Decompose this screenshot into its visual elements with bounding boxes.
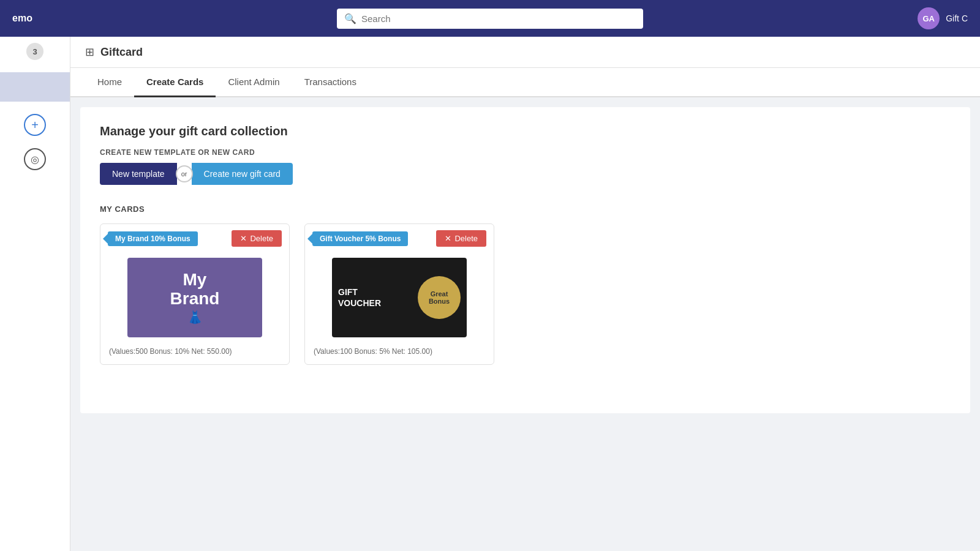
great-bonus-circle: Great Bonus	[418, 276, 461, 319]
card-item-1: My Brand 10% Bonus ✕ Delete My Brand	[100, 223, 290, 365]
my-cards-label: MY CARDS	[100, 204, 951, 214]
brand-name: emo	[12, 13, 61, 24]
search-bar[interactable]: 🔍	[337, 9, 643, 29]
page-title: Giftcard	[100, 46, 143, 59]
brand-text: My Brand	[170, 271, 220, 309]
user-area: GA Gift C	[918, 7, 968, 29]
new-template-button[interactable]: New template	[100, 163, 177, 185]
tab-home[interactable]: Home	[85, 68, 134, 97]
tab-create-cards[interactable]: Create Cards	[134, 68, 216, 97]
sidebar-add-button[interactable]: +	[24, 114, 46, 136]
x-icon-2: ✕	[445, 234, 451, 243]
card-2-image-area: GIFT VOUCHER Great Bonus	[305, 253, 494, 342]
create-buttons: New template or Create new gift card	[100, 163, 951, 185]
card-2-footer: (Values:100 Bonus: 5% Net: 105.00)	[305, 342, 494, 364]
top-nav: emo 🔍 GA Gift C	[0, 0, 980, 37]
plus-icon: +	[31, 118, 39, 132]
page-header: ⊞ Giftcard	[70, 37, 980, 68]
card-2-tag: Gift Voucher 5% Bonus	[312, 231, 408, 246]
or-circle: or	[176, 165, 193, 182]
create-section-label: CREATE NEW TEMPLATE OR NEW CARD	[100, 148, 951, 157]
delete-label: Delete	[250, 234, 273, 243]
sidebar-badge: 3	[26, 43, 43, 60]
card-2-delete-button[interactable]: ✕ Delete	[436, 230, 486, 247]
user-label: Gift C	[946, 13, 968, 23]
tab-client-admin[interactable]: Client Admin	[216, 68, 292, 97]
my-brand-image: My Brand 👗	[127, 258, 262, 337]
tab-transactions[interactable]: Transactions	[292, 68, 369, 97]
create-gift-card-button[interactable]: Create new gift card	[192, 163, 293, 185]
bonus-line1: Great	[431, 290, 448, 298]
card-1-tag: My Brand 10% Bonus	[108, 231, 198, 246]
cards-grid: My Brand 10% Bonus ✕ Delete My Brand	[100, 223, 951, 365]
sidebar-highlight	[0, 72, 70, 102]
card-1-footer: (Values:500 Bonus: 10% Net: 550.00)	[100, 342, 289, 364]
bonus-line2: Bonus	[429, 298, 450, 305]
card-2-header: Gift Voucher 5% Bonus ✕ Delete	[305, 224, 494, 253]
section-title: Manage your gift card collection	[100, 124, 951, 138]
gift-voucher-image: GIFT VOUCHER Great Bonus	[332, 258, 467, 337]
eye-icon: ◎	[31, 154, 39, 165]
delete-label-2: Delete	[454, 234, 478, 243]
brand-line1: My	[170, 271, 220, 290]
search-input[interactable]	[337, 9, 643, 29]
card-1-delete-button[interactable]: ✕ Delete	[232, 230, 282, 247]
grid-icon: ⊞	[85, 45, 94, 59]
content-panel: Manage your gift card collection CREATE …	[80, 107, 970, 413]
sidebar: 3 + ◎	[0, 37, 70, 551]
brand-line2: Brand	[170, 290, 220, 309]
x-icon: ✕	[240, 234, 247, 243]
card-1-image-area: My Brand 👗	[100, 253, 289, 342]
card-item-2: Gift Voucher 5% Bonus ✕ Delete GIFT VOUC…	[304, 223, 494, 365]
card-1-header: My Brand 10% Bonus ✕ Delete	[100, 224, 289, 253]
layout: 3 + ◎ ⊞ Giftcard Home Create Cards Clien…	[0, 37, 980, 551]
voucher-line1: GIFT	[338, 287, 381, 298]
dress-icon: 👗	[187, 310, 203, 324]
sidebar-eye-button[interactable]: ◎	[24, 148, 46, 170]
voucher-line2: VOUCHER	[338, 298, 381, 309]
tabs: Home Create Cards Client Admin Transacti…	[70, 68, 980, 97]
main-content: ⊞ Giftcard Home Create Cards Client Admi…	[70, 37, 980, 551]
avatar[interactable]: GA	[918, 7, 940, 29]
voucher-text: GIFT VOUCHER	[338, 287, 381, 309]
search-icon: 🔍	[344, 13, 356, 24]
